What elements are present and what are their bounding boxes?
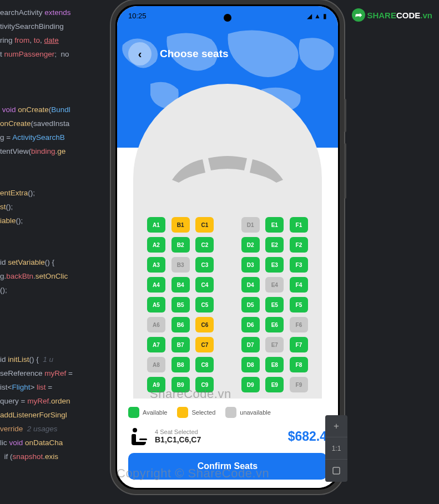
watermark-copyright: Copyright © ShareCode.vn: [117, 466, 269, 481]
seat-E2[interactable]: E2: [265, 237, 284, 253]
seat-D5[interactable]: D5: [241, 297, 260, 313]
seat-C3[interactable]: C3: [195, 257, 214, 273]
seat-A2[interactable]: A2: [147, 237, 165, 253]
seat-A3[interactable]: A3: [147, 257, 165, 273]
seat-F7[interactable]: F7: [290, 337, 308, 352]
seat-C7[interactable]: C7: [195, 337, 214, 352]
status-icons: ◢ ▲ ▮: [307, 12, 327, 20]
seat-F6: F6: [290, 317, 308, 332]
seat-A5[interactable]: A5: [147, 297, 165, 313]
legend-swatch-selected: [177, 407, 188, 418]
phone-frame: 10:25 ◢ ▲ ▮ ‹: [111, 0, 344, 494]
seat-C8[interactable]: C8: [195, 357, 214, 372]
seat-C5[interactable]: C5: [195, 297, 214, 313]
selected-count: 4 Seat Selected: [155, 429, 201, 435]
zoom-in-button[interactable]: +: [325, 415, 347, 437]
seat-row: A7B7C7D7E7F7: [147, 337, 308, 352]
seat-D6[interactable]: D6: [241, 317, 260, 332]
seat-A4[interactable]: A4: [147, 277, 165, 293]
seat-F4[interactable]: F4: [290, 277, 308, 293]
seat-A7[interactable]: A7: [147, 337, 165, 352]
seat-B5[interactable]: B5: [171, 297, 190, 313]
seat-E1[interactable]: E1: [265, 217, 284, 233]
seat-A8: A8: [147, 357, 165, 372]
sharecode-logo: ➦ SHARECODE.vn: [352, 8, 432, 22]
selected-seats: B1,C1,C6,C7: [155, 435, 201, 444]
seat-C4[interactable]: C4: [195, 277, 214, 293]
passenger-icon: [128, 426, 148, 446]
seat-F5[interactable]: F5: [290, 297, 308, 313]
seat-E9[interactable]: E9: [265, 377, 284, 392]
camera-cutout: [224, 14, 231, 22]
seat-E5[interactable]: E5: [265, 297, 284, 313]
emulator-tools: + 1:1: [325, 415, 347, 482]
seat-E8[interactable]: E8: [265, 357, 284, 372]
back-button[interactable]: ‹: [128, 42, 152, 65]
seat-F2[interactable]: F2: [290, 237, 308, 253]
seat-row: A3B3C3D3E3F3: [147, 257, 308, 273]
seat-F8[interactable]: F8: [290, 357, 308, 372]
ratio-button[interactable]: 1:1: [325, 437, 347, 460]
seats-grid: A1B1C1D1E1F1A2B2C2D2E2F2A3B3C3D3E3F3A4B4…: [147, 217, 308, 392]
seat-F1[interactable]: F1: [290, 217, 308, 233]
seat-F9: F9: [290, 377, 308, 392]
seat-B3: B3: [171, 257, 190, 273]
chevron-left-icon: ‹: [138, 48, 142, 61]
svg-rect-1: [139, 439, 147, 440]
seat-row: A2B2C2D2E2F2: [147, 237, 308, 253]
seat-B1[interactable]: B1: [171, 217, 190, 233]
page-title: Choose seats: [160, 48, 229, 60]
seat-C1[interactable]: C1: [195, 217, 214, 233]
seat-E3[interactable]: E3: [265, 257, 284, 273]
legend-swatch-unavailable: [225, 407, 236, 418]
seat-row: A1B1C1D1E1F1: [147, 217, 308, 233]
svg-rect-2: [333, 467, 340, 474]
fit-button[interactable]: [325, 460, 347, 482]
share-arrow-icon: ➦: [352, 8, 365, 22]
seat-D3[interactable]: D3: [241, 257, 260, 273]
signal-icon: ◢: [307, 12, 312, 20]
legend-swatch-available: [128, 407, 139, 418]
seat-row: A5B5C5D5E5F5: [147, 297, 308, 313]
seat-B8[interactable]: B8: [171, 357, 190, 372]
seat-F3[interactable]: F3: [290, 257, 308, 273]
seat-D1: D1: [241, 217, 260, 233]
seat-D2[interactable]: D2: [241, 237, 260, 253]
cockpit-icon: [161, 149, 294, 188]
price-total: $682.4: [288, 429, 327, 444]
watermark: ShareCode.vn: [150, 387, 231, 401]
seat-E4: E4: [265, 277, 284, 293]
seat-A1[interactable]: A1: [147, 217, 165, 233]
wifi-icon: ▲: [314, 12, 321, 20]
battery-icon: ▮: [323, 12, 327, 20]
plane-area: A1B1C1D1E1F1A2B2C2D2E2F2A3B3C3D3E3F3A4B4…: [117, 84, 338, 377]
seat-B4[interactable]: B4: [171, 277, 190, 293]
seat-D7[interactable]: D7: [241, 337, 260, 352]
seat-E6[interactable]: E6: [265, 317, 284, 332]
seat-A6: A6: [147, 317, 165, 332]
seat-D9[interactable]: D9: [241, 377, 260, 392]
legend: Available Selected unavailable: [128, 407, 327, 418]
seat-C6[interactable]: C6: [195, 317, 214, 332]
seat-D4[interactable]: D4: [241, 277, 260, 293]
seat-row: A4B4C4D4E4F4: [147, 277, 308, 293]
status-time: 10:25: [128, 12, 147, 20]
svg-point-0: [133, 428, 137, 432]
seat-E7: E7: [265, 337, 284, 352]
seat-D8[interactable]: D8: [241, 357, 260, 372]
seat-row: A8B8C8D8E8F8: [147, 357, 308, 372]
seat-row: A6B6C6D6E6F6: [147, 317, 308, 332]
seat-B6[interactable]: B6: [171, 317, 190, 332]
code-editor-bg: earchActivity extends tivitySearchBindin…: [0, 0, 111, 504]
seat-B7[interactable]: B7: [171, 337, 190, 352]
seat-C2[interactable]: C2: [195, 237, 214, 253]
seat-B2[interactable]: B2: [171, 237, 190, 253]
